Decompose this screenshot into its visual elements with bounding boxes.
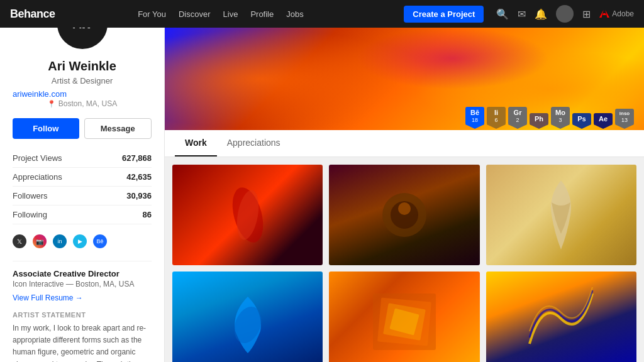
- follow-button[interactable]: Follow: [13, 118, 79, 139]
- artist-statement-text: In my work, I look to break apart and re…: [13, 322, 152, 362]
- work-item-4[interactable]: [172, 272, 323, 362]
- stat-label-appreciations: Appreciations: [13, 168, 99, 187]
- page-container: AW Ari Weinkle Artist & Designer ariwein…: [0, 28, 644, 362]
- stat-label-following: Following: [13, 206, 99, 224]
- avatar-initials: AW: [72, 28, 91, 31]
- mail-icon[interactable]: ✉: [518, 8, 526, 20]
- profile-title: Artist & Designer: [13, 76, 152, 85]
- stat-label-views: Project Views: [13, 149, 99, 168]
- stat-value-following: 86: [99, 206, 152, 224]
- create-project-button[interactable]: Create a Project: [404, 6, 484, 23]
- bell-icon[interactable]: 🔔: [535, 8, 547, 20]
- grid-icon[interactable]: ⊞: [582, 8, 591, 20]
- stat-label-followers: Followers: [13, 187, 99, 206]
- stat-value-views: 627,868: [99, 149, 152, 168]
- work-shape-3: [486, 165, 636, 265]
- pin-icon: 📍: [47, 100, 56, 108]
- adobe-label: Adobe: [612, 9, 634, 18]
- search-icon[interactable]: 🔍: [496, 8, 509, 20]
- work-shape-2: [329, 165, 479, 265]
- work-item-6[interactable]: [486, 272, 636, 362]
- vimeo-icon[interactable]: ▶: [73, 234, 87, 248]
- adobe-logo: Adobe: [599, 9, 634, 19]
- content-header: Bē 18 Ii 6 Gr 2 Ph: [165, 28, 644, 157]
- work-shape-6: [486, 272, 636, 362]
- badge-behance: Bē 18: [465, 107, 484, 125]
- badges-row: Bē 18 Ii 6 Gr 2 Ph: [465, 107, 634, 125]
- svg-point-4: [398, 202, 411, 215]
- stat-row-views: Project Views 627,868: [13, 149, 152, 168]
- divider: [13, 261, 152, 261]
- stat-value-appreciations: 42,635: [99, 168, 152, 187]
- instagram-icon[interactable]: 📷: [33, 234, 47, 248]
- works-grid: [165, 157, 644, 362]
- work-item-5[interactable]: [329, 272, 479, 362]
- message-button[interactable]: Message: [84, 118, 152, 139]
- action-buttons: Follow Message: [13, 118, 152, 139]
- badge-inso: inso 13: [615, 109, 634, 125]
- nav-discover[interactable]: Discover: [179, 9, 211, 19]
- work-item-2[interactable]: [329, 165, 479, 265]
- cover-image: Bē 18 Ii 6 Gr 2 Ph: [165, 28, 644, 130]
- profile-avatar: AW: [55, 28, 110, 52]
- badge-mo: Mo 3: [551, 107, 570, 125]
- badge-ae: Ae: [594, 113, 613, 125]
- nav-for-you[interactable]: For You: [138, 9, 166, 19]
- nav-links: For You Discover Live Profile Jobs: [38, 9, 404, 19]
- stat-value-followers: 30,936: [99, 187, 152, 206]
- work-shape-5: [329, 272, 479, 362]
- tab-work[interactable]: Work: [175, 130, 217, 156]
- work-item-3[interactable]: [486, 165, 636, 265]
- profile-card: AW Ari Weinkle Artist & Designer ariwein…: [0, 28, 164, 362]
- profile-name: Ari Weinkle: [13, 59, 152, 74]
- nav-live[interactable]: Live: [223, 9, 238, 19]
- work-shape-4: [172, 272, 323, 362]
- badge-ps: Ps: [572, 113, 591, 125]
- linkedin-icon[interactable]: in: [53, 234, 67, 248]
- tab-appreciations[interactable]: Appreciations: [217, 130, 291, 156]
- social-icons: 𝕏 📷 in ▶ Bē: [13, 234, 152, 251]
- navbar: Behance For You Discover Live Profile Jo…: [0, 0, 644, 28]
- job-company: Icon Interactive — Boston, MA, USA: [13, 280, 152, 288]
- work-item-1[interactable]: [172, 165, 323, 265]
- twitter-icon[interactable]: 𝕏: [13, 234, 26, 248]
- behance-social-icon[interactable]: Bē: [93, 234, 107, 248]
- job-title: Associate Creative Director: [13, 269, 152, 278]
- profile-website[interactable]: ariweinkle.com: [13, 89, 67, 99]
- sidebar: AW Ari Weinkle Artist & Designer ariwein…: [0, 28, 165, 362]
- work-shape-1: [172, 165, 323, 265]
- nav-profile[interactable]: Profile: [250, 9, 274, 19]
- stats-table: Project Views 627,868 Appreciations 42,6…: [13, 149, 152, 224]
- profile-location: 📍 Boston, MA, USA: [13, 99, 152, 108]
- avatar-wrapper: AW: [13, 28, 152, 52]
- artist-statement-heading: ARTIST STATEMENT: [13, 311, 152, 319]
- avatar[interactable]: [556, 5, 574, 23]
- badge-gr: Gr 2: [508, 107, 527, 125]
- stat-row-appreciations: Appreciations 42,635: [13, 168, 152, 187]
- nav-right-icons: 🔍 ✉ 🔔 ⊞ Adobe: [496, 5, 634, 23]
- nav-jobs[interactable]: Jobs: [286, 9, 303, 19]
- badge-illustrator: Ii 6: [487, 107, 506, 125]
- stat-row-followers: Followers 30,936: [13, 187, 152, 206]
- resume-link[interactable]: View Full Resume →: [13, 293, 152, 302]
- stat-row-following: Following 86: [13, 206, 152, 224]
- main-content: Bē 18 Ii 6 Gr 2 Ph: [165, 28, 644, 362]
- badge-photoshop: Ph: [530, 113, 548, 125]
- content-tabs: Work Appreciations: [165, 130, 644, 157]
- svg-point-5: [230, 303, 266, 347]
